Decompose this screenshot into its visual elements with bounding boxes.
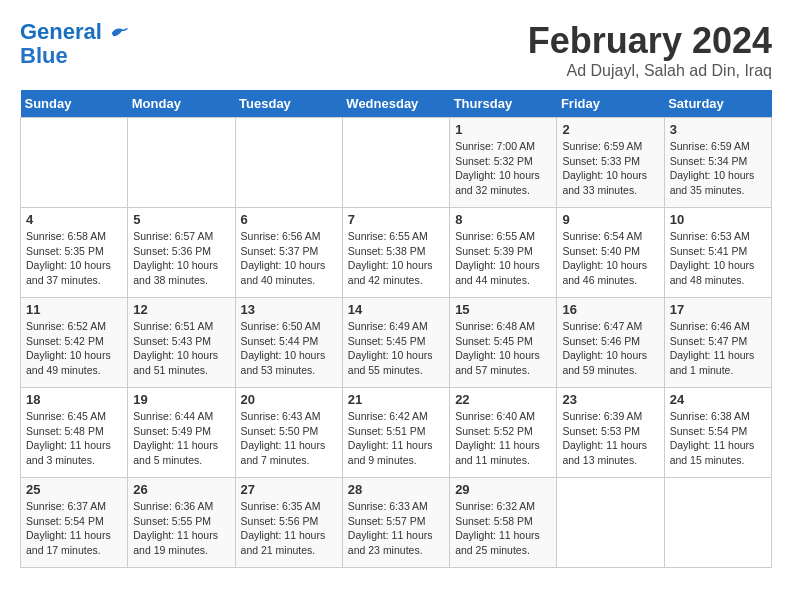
page-header: General Blue February 2024 Ad Dujayl, Sa… bbox=[20, 20, 772, 80]
calendar-cell-w4-d4: 21Sunrise: 6:42 AM Sunset: 5:51 PM Dayli… bbox=[342, 388, 449, 478]
calendar-week-4: 18Sunrise: 6:45 AM Sunset: 5:48 PM Dayli… bbox=[21, 388, 772, 478]
day-info: Sunrise: 6:48 AM Sunset: 5:45 PM Dayligh… bbox=[455, 319, 551, 378]
calendar-body: 1Sunrise: 7:00 AM Sunset: 5:32 PM Daylig… bbox=[21, 118, 772, 568]
day-number: 21 bbox=[348, 392, 444, 407]
weekday-header-sunday: Sunday bbox=[21, 90, 128, 118]
day-number: 29 bbox=[455, 482, 551, 497]
day-info: Sunrise: 6:53 AM Sunset: 5:41 PM Dayligh… bbox=[670, 229, 766, 288]
title-block: February 2024 Ad Dujayl, Salah ad Din, I… bbox=[528, 20, 772, 80]
day-info: Sunrise: 6:47 AM Sunset: 5:46 PM Dayligh… bbox=[562, 319, 658, 378]
day-info: Sunrise: 6:40 AM Sunset: 5:52 PM Dayligh… bbox=[455, 409, 551, 468]
day-number: 20 bbox=[241, 392, 337, 407]
weekday-header-thursday: Thursday bbox=[450, 90, 557, 118]
day-number: 17 bbox=[670, 302, 766, 317]
day-info: Sunrise: 6:44 AM Sunset: 5:49 PM Dayligh… bbox=[133, 409, 229, 468]
day-number: 7 bbox=[348, 212, 444, 227]
calendar-cell-w3-d2: 12Sunrise: 6:51 AM Sunset: 5:43 PM Dayli… bbox=[128, 298, 235, 388]
calendar-cell-w1-d1 bbox=[21, 118, 128, 208]
calendar-cell-w1-d3 bbox=[235, 118, 342, 208]
day-info: Sunrise: 6:36 AM Sunset: 5:55 PM Dayligh… bbox=[133, 499, 229, 558]
day-number: 6 bbox=[241, 212, 337, 227]
day-number: 10 bbox=[670, 212, 766, 227]
day-info: Sunrise: 6:35 AM Sunset: 5:56 PM Dayligh… bbox=[241, 499, 337, 558]
day-number: 3 bbox=[670, 122, 766, 137]
day-number: 13 bbox=[241, 302, 337, 317]
day-info: Sunrise: 6:37 AM Sunset: 5:54 PM Dayligh… bbox=[26, 499, 122, 558]
day-info: Sunrise: 6:33 AM Sunset: 5:57 PM Dayligh… bbox=[348, 499, 444, 558]
day-number: 23 bbox=[562, 392, 658, 407]
calendar-cell-w1-d7: 3Sunrise: 6:59 AM Sunset: 5:34 PM Daylig… bbox=[664, 118, 771, 208]
calendar-cell-w3-d4: 14Sunrise: 6:49 AM Sunset: 5:45 PM Dayli… bbox=[342, 298, 449, 388]
calendar-cell-w4-d5: 22Sunrise: 6:40 AM Sunset: 5:52 PM Dayli… bbox=[450, 388, 557, 478]
logo-bird-icon bbox=[110, 23, 130, 43]
day-number: 27 bbox=[241, 482, 337, 497]
day-info: Sunrise: 6:42 AM Sunset: 5:51 PM Dayligh… bbox=[348, 409, 444, 468]
calendar-week-2: 4Sunrise: 6:58 AM Sunset: 5:35 PM Daylig… bbox=[21, 208, 772, 298]
day-number: 1 bbox=[455, 122, 551, 137]
calendar-cell-w2-d6: 9Sunrise: 6:54 AM Sunset: 5:40 PM Daylig… bbox=[557, 208, 664, 298]
calendar-cell-w2-d5: 8Sunrise: 6:55 AM Sunset: 5:39 PM Daylig… bbox=[450, 208, 557, 298]
calendar-cell-w2-d4: 7Sunrise: 6:55 AM Sunset: 5:38 PM Daylig… bbox=[342, 208, 449, 298]
calendar-week-3: 11Sunrise: 6:52 AM Sunset: 5:42 PM Dayli… bbox=[21, 298, 772, 388]
calendar-cell-w5-d2: 26Sunrise: 6:36 AM Sunset: 5:55 PM Dayli… bbox=[128, 478, 235, 568]
calendar-week-5: 25Sunrise: 6:37 AM Sunset: 5:54 PM Dayli… bbox=[21, 478, 772, 568]
day-number: 26 bbox=[133, 482, 229, 497]
day-info: Sunrise: 6:57 AM Sunset: 5:36 PM Dayligh… bbox=[133, 229, 229, 288]
calendar-cell-w5-d5: 29Sunrise: 6:32 AM Sunset: 5:58 PM Dayli… bbox=[450, 478, 557, 568]
day-number: 11 bbox=[26, 302, 122, 317]
calendar-table: SundayMondayTuesdayWednesdayThursdayFrid… bbox=[20, 90, 772, 568]
day-info: Sunrise: 6:55 AM Sunset: 5:39 PM Dayligh… bbox=[455, 229, 551, 288]
day-info: Sunrise: 6:58 AM Sunset: 5:35 PM Dayligh… bbox=[26, 229, 122, 288]
day-number: 25 bbox=[26, 482, 122, 497]
day-number: 18 bbox=[26, 392, 122, 407]
day-number: 2 bbox=[562, 122, 658, 137]
calendar-week-1: 1Sunrise: 7:00 AM Sunset: 5:32 PM Daylig… bbox=[21, 118, 772, 208]
calendar-cell-w3-d6: 16Sunrise: 6:47 AM Sunset: 5:46 PM Dayli… bbox=[557, 298, 664, 388]
day-info: Sunrise: 7:00 AM Sunset: 5:32 PM Dayligh… bbox=[455, 139, 551, 198]
day-info: Sunrise: 6:46 AM Sunset: 5:47 PM Dayligh… bbox=[670, 319, 766, 378]
weekday-header-row: SundayMondayTuesdayWednesdayThursdayFrid… bbox=[21, 90, 772, 118]
day-info: Sunrise: 6:59 AM Sunset: 5:33 PM Dayligh… bbox=[562, 139, 658, 198]
weekday-header-tuesday: Tuesday bbox=[235, 90, 342, 118]
calendar-cell-w5-d3: 27Sunrise: 6:35 AM Sunset: 5:56 PM Dayli… bbox=[235, 478, 342, 568]
logo: General Blue bbox=[20, 20, 130, 68]
calendar-cell-w5-d6 bbox=[557, 478, 664, 568]
day-info: Sunrise: 6:56 AM Sunset: 5:37 PM Dayligh… bbox=[241, 229, 337, 288]
day-number: 9 bbox=[562, 212, 658, 227]
calendar-cell-w3-d5: 15Sunrise: 6:48 AM Sunset: 5:45 PM Dayli… bbox=[450, 298, 557, 388]
calendar-cell-w3-d1: 11Sunrise: 6:52 AM Sunset: 5:42 PM Dayli… bbox=[21, 298, 128, 388]
calendar-cell-w3-d7: 17Sunrise: 6:46 AM Sunset: 5:47 PM Dayli… bbox=[664, 298, 771, 388]
calendar-cell-w1-d2 bbox=[128, 118, 235, 208]
calendar-cell-w4-d7: 24Sunrise: 6:38 AM Sunset: 5:54 PM Dayli… bbox=[664, 388, 771, 478]
calendar-cell-w3-d3: 13Sunrise: 6:50 AM Sunset: 5:44 PM Dayli… bbox=[235, 298, 342, 388]
day-info: Sunrise: 6:45 AM Sunset: 5:48 PM Dayligh… bbox=[26, 409, 122, 468]
day-info: Sunrise: 6:32 AM Sunset: 5:58 PM Dayligh… bbox=[455, 499, 551, 558]
day-number: 12 bbox=[133, 302, 229, 317]
day-number: 8 bbox=[455, 212, 551, 227]
calendar-cell-w4-d3: 20Sunrise: 6:43 AM Sunset: 5:50 PM Dayli… bbox=[235, 388, 342, 478]
day-number: 24 bbox=[670, 392, 766, 407]
weekday-header-friday: Friday bbox=[557, 90, 664, 118]
day-info: Sunrise: 6:38 AM Sunset: 5:54 PM Dayligh… bbox=[670, 409, 766, 468]
calendar-cell-w4-d2: 19Sunrise: 6:44 AM Sunset: 5:49 PM Dayli… bbox=[128, 388, 235, 478]
day-number: 19 bbox=[133, 392, 229, 407]
calendar-cell-w5-d4: 28Sunrise: 6:33 AM Sunset: 5:57 PM Dayli… bbox=[342, 478, 449, 568]
day-info: Sunrise: 6:54 AM Sunset: 5:40 PM Dayligh… bbox=[562, 229, 658, 288]
day-info: Sunrise: 6:52 AM Sunset: 5:42 PM Dayligh… bbox=[26, 319, 122, 378]
page-subtitle: Ad Dujayl, Salah ad Din, Iraq bbox=[528, 62, 772, 80]
calendar-cell-w1-d4 bbox=[342, 118, 449, 208]
calendar-cell-w2-d3: 6Sunrise: 6:56 AM Sunset: 5:37 PM Daylig… bbox=[235, 208, 342, 298]
calendar-cell-w2-d7: 10Sunrise: 6:53 AM Sunset: 5:41 PM Dayli… bbox=[664, 208, 771, 298]
calendar-cell-w1-d6: 2Sunrise: 6:59 AM Sunset: 5:33 PM Daylig… bbox=[557, 118, 664, 208]
day-info: Sunrise: 6:39 AM Sunset: 5:53 PM Dayligh… bbox=[562, 409, 658, 468]
calendar-cell-w5-d1: 25Sunrise: 6:37 AM Sunset: 5:54 PM Dayli… bbox=[21, 478, 128, 568]
day-number: 16 bbox=[562, 302, 658, 317]
weekday-header-saturday: Saturday bbox=[664, 90, 771, 118]
day-info: Sunrise: 6:43 AM Sunset: 5:50 PM Dayligh… bbox=[241, 409, 337, 468]
logo-general: General bbox=[20, 19, 102, 44]
calendar-cell-w2-d2: 5Sunrise: 6:57 AM Sunset: 5:36 PM Daylig… bbox=[128, 208, 235, 298]
day-info: Sunrise: 6:51 AM Sunset: 5:43 PM Dayligh… bbox=[133, 319, 229, 378]
page-title: February 2024 bbox=[528, 20, 772, 62]
day-number: 5 bbox=[133, 212, 229, 227]
day-number: 28 bbox=[348, 482, 444, 497]
